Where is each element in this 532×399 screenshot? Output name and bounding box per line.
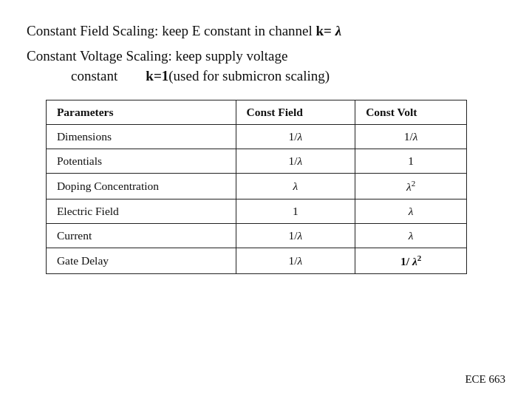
table-row: Electric Field 1 λ bbox=[46, 199, 466, 223]
cv-doping-concentration: λ2 bbox=[355, 173, 467, 199]
param-doping-concentration: Doping Concentration bbox=[46, 173, 236, 199]
param-current: Current bbox=[46, 223, 236, 248]
param-electric-field: Electric Field bbox=[46, 199, 236, 223]
heading-line2-suffix: (used for submicron scaling) bbox=[168, 68, 330, 83]
heading-line1-text: Constant Field Scaling: keep E constant … bbox=[27, 23, 316, 38]
table-row: Gate Delay 1/λ 1/ λ2 bbox=[46, 248, 466, 273]
param-potentials: Potentials bbox=[46, 149, 236, 173]
heading-line2-bold: k=1 bbox=[146, 68, 168, 83]
cf-gate-delay: 1/λ bbox=[236, 248, 355, 273]
heading-line2-text1: Constant Voltage Scaling: keep supply vo… bbox=[27, 48, 287, 64]
heading-block: Constant Field Scaling: keep E constant … bbox=[27, 21, 505, 86]
cv-current: λ bbox=[355, 223, 467, 248]
heading-line-2: Constant Voltage Scaling: keep supply vo… bbox=[27, 46, 505, 66]
heading-line1-bold: k= λ bbox=[316, 23, 342, 38]
col-header-const-volt: Const Volt bbox=[355, 100, 467, 124]
table-row: Dimensions 1/λ 1/λ bbox=[46, 124, 466, 149]
table-header-row: Parameters Const Field Const Volt bbox=[46, 100, 466, 124]
param-dimensions: Dimensions bbox=[46, 124, 236, 149]
cf-electric-field: 1 bbox=[236, 199, 355, 223]
heading-line-1: Constant Field Scaling: keep E constant … bbox=[27, 21, 505, 41]
cv-dimensions: 1/λ bbox=[355, 124, 467, 149]
table-row: Potentials 1/λ 1 bbox=[46, 149, 466, 173]
heading-line2-constant: constant bbox=[71, 68, 146, 83]
col-header-parameters: Parameters bbox=[46, 100, 236, 124]
table-row: Current 1/λ λ bbox=[46, 223, 466, 248]
scaling-table: Parameters Const Field Const Volt Dimens… bbox=[46, 100, 467, 274]
cf-doping-concentration: λ bbox=[236, 173, 355, 199]
cv-gate-delay: 1/ λ2 bbox=[355, 248, 467, 273]
cv-electric-field: λ bbox=[355, 199, 467, 223]
param-gate-delay: Gate Delay bbox=[46, 248, 236, 273]
footer-label: ECE 663 bbox=[465, 373, 505, 386]
cv-potentials: 1 bbox=[355, 149, 467, 173]
col-header-const-field: Const Field bbox=[236, 100, 355, 124]
scaling-table-wrapper: Parameters Const Field Const Volt Dimens… bbox=[27, 100, 505, 274]
cf-dimensions: 1/λ bbox=[236, 124, 355, 149]
heading-line-2b: constant k=1(used for submicron scaling) bbox=[71, 66, 505, 86]
cf-current: 1/λ bbox=[236, 223, 355, 248]
table-row: Doping Concentration λ λ2 bbox=[46, 173, 466, 199]
cf-potentials: 1/λ bbox=[236, 149, 355, 173]
